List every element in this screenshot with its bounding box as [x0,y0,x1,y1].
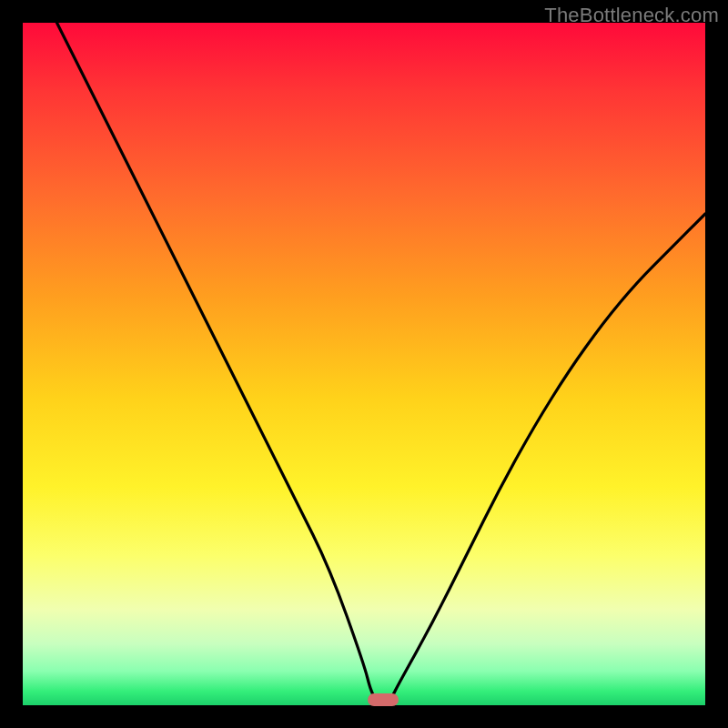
optimal-marker [368,693,399,706]
plot-area [23,23,705,705]
chart-frame: TheBottleneck.com [0,0,728,728]
watermark-text: TheBottleneck.com [544,4,719,27]
bottleneck-curve [23,23,705,705]
